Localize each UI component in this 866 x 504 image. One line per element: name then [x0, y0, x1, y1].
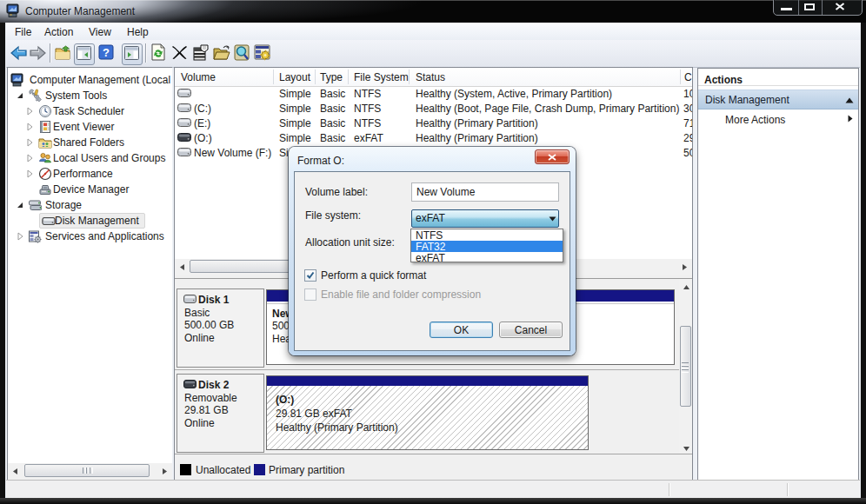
svg-text:?: ?: [103, 46, 110, 59]
